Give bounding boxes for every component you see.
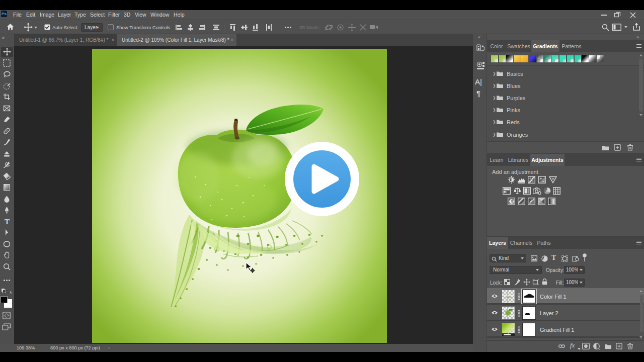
svg-text:T: T [5, 218, 10, 225]
